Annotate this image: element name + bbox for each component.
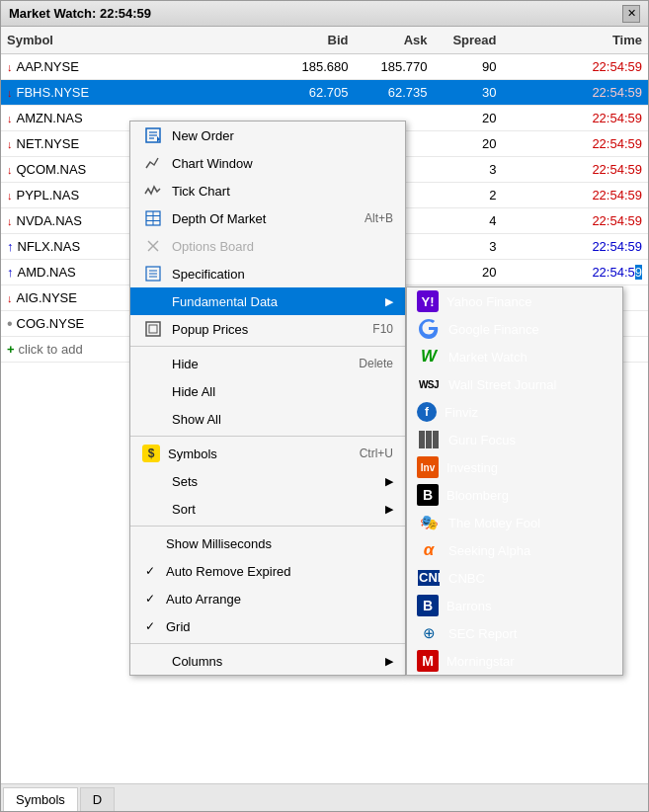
menu-item-chart-window[interactable]: Chart Window: [130, 149, 405, 177]
chart-window-label: Chart Window: [172, 156, 393, 171]
table-header: Symbol Bid Ask Spread Time: [1, 27, 648, 54]
submenu-item-sec[interactable]: ⊕ SEC Report: [407, 619, 622, 647]
tab-symbols[interactable]: Symbols: [3, 787, 78, 811]
menu-item-grid[interactable]: ✓ Grid: [130, 612, 405, 640]
separator-1: [130, 346, 405, 347]
menu-item-sort[interactable]: Sort ▶: [130, 495, 405, 523]
columns-label: Columns: [172, 654, 377, 669]
sets-label: Sets: [172, 474, 377, 489]
symbol-cell: ↑ NFLX.NAS: [1, 237, 129, 256]
menu-item-auto-arrange[interactable]: ✓ Auto Arrange: [130, 585, 405, 612]
menu-item-show-ms[interactable]: Show Milliseconds: [130, 529, 405, 557]
close-button[interactable]: ✕: [622, 5, 640, 23]
wsj-icon: WSJ: [417, 372, 441, 396]
col-bid: Bid: [276, 31, 355, 49]
grid-label: Grid: [166, 619, 393, 634]
popup-prices-label: Popup Prices: [172, 322, 365, 337]
tab-d[interactable]: D: [80, 787, 115, 811]
symbol-cell: ↓ AAP.NYSE: [1, 57, 129, 76]
symbol-cell: ↓ QCOM.NAS: [1, 160, 129, 179]
sec-icon: ⊕: [417, 621, 441, 645]
submenu-item-gurufocus[interactable]: Guru Focus: [407, 426, 622, 453]
cnbc-icon: CNBC: [417, 566, 441, 590]
arrow-down-icon: ↓: [7, 292, 13, 304]
submenu-item-finviz[interactable]: f Finviz: [407, 398, 622, 426]
wsj-label: Wall Street Journal: [448, 377, 556, 392]
separator-4: [130, 643, 405, 644]
dom-icon: [142, 207, 164, 229]
submenu-item-bloomberg[interactable]: B Bloomberg: [407, 481, 622, 509]
fundamental-data-label: Fundamental Data: [172, 294, 377, 309]
hide-label: Hide: [172, 357, 351, 371]
marketwatch-label: Market Watch: [448, 350, 527, 365]
options-board-label: Options Board: [172, 239, 393, 254]
svg-text:CNBC: CNBC: [419, 570, 440, 585]
show-ms-label: Show Milliseconds: [166, 536, 393, 551]
menu-item-depth-of-market[interactable]: Depth Of Market Alt+B: [130, 204, 405, 232]
sets-arrow-icon: ▶: [385, 475, 393, 488]
submenu-item-wsj[interactable]: WSJ Wall Street Journal: [407, 370, 622, 398]
tick-chart-icon: [142, 180, 164, 202]
submenu-item-yahoo[interactable]: Y! Yahoo Finance: [407, 287, 622, 315]
submenu-item-morningstar[interactable]: M Morningstar: [407, 647, 622, 675]
dom-label: Depth Of Market: [172, 211, 357, 226]
arrow-down-icon: ↓: [7, 113, 13, 124]
symbol-cell: ↓ NVDA.NAS: [1, 211, 129, 230]
menu-item-hide-all[interactable]: Hide All: [130, 377, 405, 405]
bloomberg-label: Bloomberg: [446, 488, 509, 503]
symbols-icon: $: [142, 445, 160, 462]
submenu-item-cnbc[interactable]: CNBC CNBC: [407, 564, 622, 592]
symbol-cell: ↓ NET.NYSE: [1, 134, 129, 153]
google-icon: [417, 317, 441, 341]
symbol-cell: + click to add: [1, 340, 129, 359]
chart-window-icon: [142, 152, 164, 174]
col-ask: Ask: [355, 31, 434, 49]
symbol-cell: ↑ AMD.NAS: [1, 263, 129, 282]
submenu-item-motley[interactable]: 🎭 The Motley Fool: [407, 509, 622, 536]
arrow-up-icon: ↑: [7, 239, 14, 254]
google-label: Google Finance: [448, 322, 539, 337]
symbols-label: Symbols: [168, 447, 352, 461]
new-order-icon: [142, 124, 164, 146]
submenu-item-google[interactable]: Google Finance: [407, 315, 622, 343]
menu-item-fundamental-data[interactable]: Fundamental Data ▶ Y! Yahoo Finance Goog…: [130, 287, 405, 315]
arrow-down-icon: ↓: [7, 164, 13, 176]
separator-3: [130, 526, 405, 527]
seeking-alpha-label: Seeking Alpha: [448, 543, 530, 558]
menu-item-auto-remove[interactable]: ✓ Auto Remove Expired: [130, 557, 405, 585]
hide-shortcut: Delete: [359, 357, 393, 370]
menu-item-specification[interactable]: Specification: [130, 260, 405, 287]
submenu-item-investing[interactable]: Inv Investing: [407, 453, 622, 481]
submenu-item-barrons[interactable]: B Barrons: [407, 592, 622, 619]
menu-item-tick-chart[interactable]: Tick Chart: [130, 177, 405, 204]
submenu-item-marketwatch[interactable]: W Market Watch: [407, 343, 622, 370]
tick-chart-label: Tick Chart: [172, 184, 393, 199]
investing-icon: Inv: [417, 456, 439, 478]
yahoo-icon: Y!: [417, 290, 439, 312]
table-row[interactable]: ↓ AAP.NYSE 185.680 185.770 90 22:54:59: [1, 54, 648, 80]
popup-prices-icon: [142, 318, 164, 340]
menu-item-popup-prices[interactable]: Popup Prices F10: [130, 315, 405, 343]
tab-bar: Symbols D: [1, 783, 648, 811]
specification-label: Specification: [172, 267, 393, 282]
menu-item-sets[interactable]: Sets ▶: [130, 467, 405, 495]
arrow-down-icon: ↓: [7, 87, 13, 99]
yahoo-label: Yahoo Finance: [446, 294, 532, 309]
menu-item-symbols[interactable]: $ Symbols Ctrl+U: [130, 440, 405, 467]
window-title: Market Watch: 22:54:59: [9, 6, 151, 21]
submenu-arrow-icon: ▶: [385, 295, 393, 308]
menu-item-columns[interactable]: Columns ▶: [130, 647, 405, 675]
separator-2: [130, 436, 405, 437]
morningstar-icon: M: [417, 650, 439, 672]
auto-arrange-check: ✓: [142, 592, 158, 606]
show-all-icon: [142, 408, 164, 430]
menu-item-hide[interactable]: Hide Delete: [130, 350, 405, 377]
menu-item-new-order[interactable]: New Order: [130, 122, 405, 149]
add-icon: +: [7, 342, 15, 357]
motley-label: The Motley Fool: [448, 516, 540, 530]
submenu-item-seeking-alpha[interactable]: α Seeking Alpha: [407, 536, 622, 564]
menu-item-show-all[interactable]: Show All: [130, 405, 405, 433]
table-row[interactable]: ↓ FBHS.NYSE 62.705 62.735 30 22:54:59: [1, 80, 648, 106]
col-empty: [129, 31, 276, 49]
sets-icon: [142, 470, 164, 492]
